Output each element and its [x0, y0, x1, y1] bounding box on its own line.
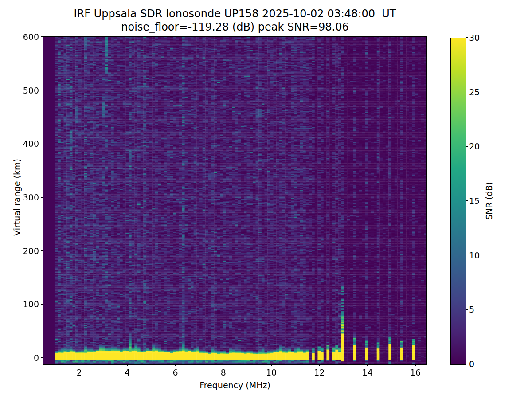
x-tick-label: 10 — [258, 368, 285, 377]
y-tick-mark — [41, 304, 43, 305]
y-tick-mark — [41, 90, 43, 90]
colorbar-tick-label: 30 — [469, 33, 480, 43]
colorbar-tick-label: 5 — [469, 305, 474, 314]
x-tick-mark — [223, 364, 223, 366]
x-tick-label: 6 — [162, 368, 188, 377]
colorbar-tick-mark — [466, 255, 468, 255]
colorbar-tick-mark — [466, 146, 468, 147]
x-tick-label: 16 — [402, 368, 429, 377]
colorbar-tick-label: 25 — [469, 87, 480, 97]
y-tick-mark — [41, 144, 43, 144]
figure-root: IRF Uppsala SDR Ionosonde UP158 2025-10-… — [0, 0, 532, 399]
colorbar-tick-mark — [466, 309, 468, 310]
colorbar — [450, 38, 466, 365]
x-tick-mark — [415, 364, 415, 366]
y-tick-mark — [41, 36, 43, 37]
x-tick-mark — [319, 364, 320, 366]
colorbar-tick-label: 0 — [469, 359, 474, 369]
x-tick-label: 14 — [354, 368, 381, 377]
colorbar-tick-label: 15 — [469, 196, 480, 206]
x-tick-mark — [127, 364, 128, 366]
x-tick-label: 2 — [66, 368, 93, 377]
x-tick-mark — [367, 364, 368, 366]
colorbar-tick-label: 10 — [469, 250, 480, 260]
colorbar-tick-mark — [466, 92, 468, 92]
colorbar-tick-mark — [466, 364, 468, 364]
x-axis-label: Frequency (MHz) — [43, 380, 427, 390]
x-tick-label: 4 — [114, 368, 141, 377]
y-tick-mark — [41, 250, 43, 251]
x-tick-mark — [271, 364, 272, 366]
y-tick-mark — [41, 197, 43, 197]
y-tick-label: 400 — [10, 139, 39, 149]
y-tick-label: 500 — [10, 86, 39, 95]
chart-subtitle: noise_floor=-119.28 (dB) peak SNR=98.06 — [43, 21, 427, 33]
y-tick-label: 600 — [10, 32, 39, 42]
colorbar-label: SNR (dB) — [484, 182, 494, 219]
y-tick-mark — [41, 357, 43, 358]
plot-frame — [43, 36, 427, 365]
chart-title: IRF Uppsala SDR Ionosonde UP158 2025-10-… — [43, 8, 427, 20]
x-tick-mark — [79, 364, 79, 366]
x-tick-label: 8 — [210, 368, 237, 377]
colorbar-tick-label: 20 — [469, 141, 480, 151]
y-tick-label: 100 — [10, 299, 39, 309]
x-tick-mark — [175, 364, 176, 366]
y-tick-label: 0 — [10, 353, 39, 363]
colorbar-tick-mark — [466, 200, 468, 201]
colorbar-tick-mark — [466, 37, 468, 38]
y-tick-label: 200 — [10, 246, 39, 256]
y-tick-label: 300 — [10, 192, 39, 202]
x-tick-label: 12 — [306, 368, 332, 377]
